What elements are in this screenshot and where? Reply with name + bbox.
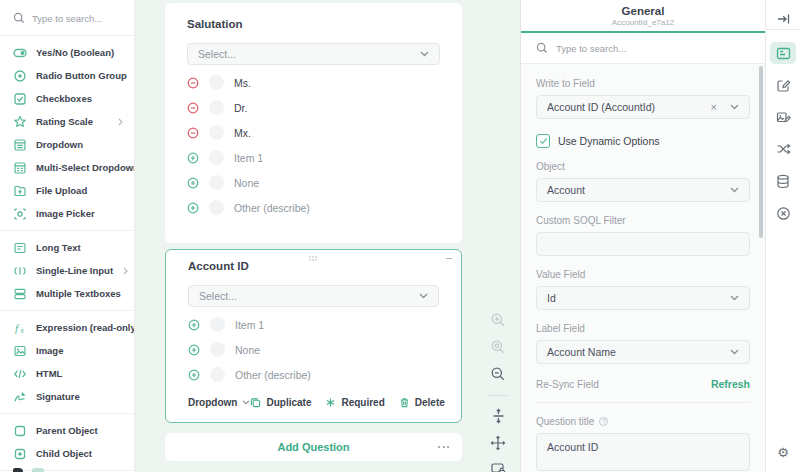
tab-logic[interactable]: [770, 138, 796, 160]
value-field-value: Id: [547, 292, 556, 304]
add-option-icon[interactable]: [188, 369, 200, 381]
add-option-icon[interactable]: [187, 177, 199, 189]
sidebar-item-multiple-textboxes[interactable]: Multiple Textboxes: [0, 282, 134, 305]
add-option-icon[interactable]: [187, 152, 199, 164]
sidebar-search-input[interactable]: [32, 13, 122, 24]
custom-soql-filter-input[interactable]: [536, 232, 750, 256]
collapse-card-icon[interactable]: –: [446, 251, 452, 263]
zoom-in-icon[interactable]: [490, 312, 506, 328]
option-row[interactable]: None: [187, 175, 440, 190]
remove-option-icon[interactable]: [187, 102, 199, 114]
sidebar-item-image-picker[interactable]: Image Picker: [0, 202, 134, 225]
panel-header: General AccountId_e7a12: [521, 0, 765, 33]
required-toggle[interactable]: Required: [325, 397, 384, 408]
sidebar-item-dropdown[interactable]: Dropdown: [0, 133, 134, 156]
question-card-account-id[interactable]: – Account ID Select... Item 1 None: [165, 249, 462, 423]
write-to-field-select[interactable]: Account ID (AccountId) ×: [536, 95, 750, 119]
add-option-icon[interactable]: [188, 319, 200, 331]
sidebar-item-checkboxes[interactable]: Checkboxes: [0, 87, 134, 110]
sidebar-search[interactable]: [0, 0, 134, 35]
option-row[interactable]: Dr.: [187, 100, 440, 115]
circle-x-icon: [776, 206, 791, 221]
question-type-dropdown[interactable]: Dropdown: [188, 397, 250, 408]
write-to-field-value: Account ID (AccountId): [547, 101, 655, 113]
sidebar-item-radio-group[interactable]: Radio Button Group: [0, 64, 134, 87]
zoom-out-icon[interactable]: [490, 366, 506, 382]
sidebar-item-label: Rating Scale: [36, 116, 93, 127]
radio-circle: [209, 75, 224, 90]
question-title-input[interactable]: Account ID: [536, 433, 750, 471]
option-row[interactable]: Mx.: [187, 125, 440, 140]
salutation-select[interactable]: Select...: [187, 43, 440, 65]
move-icon[interactable]: [490, 435, 506, 451]
sidebar-item-file-upload[interactable]: File Upload: [0, 179, 134, 202]
expression-icon: fx: [13, 321, 27, 335]
search-icon: [536, 42, 548, 54]
sidebar-item-expression[interactable]: fx Expression (read-only): [0, 316, 134, 339]
settings-gear-icon[interactable]: ⚙: [777, 445, 789, 460]
option-row[interactable]: Item 1: [188, 317, 439, 332]
sidebar-item-single-line-input[interactable]: Single-Line Input: [0, 259, 134, 282]
tab-general[interactable]: [770, 42, 796, 64]
sidebar-item-label: Checkboxes: [36, 93, 92, 104]
panel-search[interactable]: [521, 33, 765, 64]
option-row[interactable]: Other (describe): [188, 367, 439, 382]
account-id-select[interactable]: Select...: [188, 285, 439, 307]
panel-scrollbar[interactable]: [759, 66, 763, 238]
collapse-right-icon[interactable]: [770, 10, 796, 28]
drag-handle-icon[interactable]: [309, 256, 318, 262]
sidebar-item-long-text[interactable]: Long Text: [0, 236, 134, 259]
clear-icon[interactable]: ×: [711, 102, 717, 113]
multi-dropdown-icon: [13, 161, 27, 175]
sidebar-item-yes-no[interactable]: Yes/No (Boolean): [0, 41, 134, 64]
sidebar-item-parent-object[interactable]: Parent Object: [0, 419, 134, 442]
sidebar-item-multi-select-dropdown[interactable]: Multi-Select Dropdown: [0, 156, 134, 179]
sidebar-item-label: Image: [36, 345, 63, 356]
duplicate-button[interactable]: Duplicate: [250, 397, 311, 408]
duplicate-icon: [250, 397, 261, 408]
add-option-icon[interactable]: [187, 202, 199, 214]
child-object-icon: [13, 447, 27, 461]
add-option-icon[interactable]: [188, 344, 200, 356]
sidebar-item-rating-scale[interactable]: Rating Scale: [0, 110, 134, 133]
design-icon: [776, 110, 791, 125]
divider: [489, 395, 507, 396]
more-options-icon[interactable]: [438, 446, 449, 448]
question-card-salutation[interactable]: Salutation Select... Ms. Dr.: [165, 3, 462, 243]
zoom-reset-icon[interactable]: [490, 339, 506, 355]
option-row[interactable]: None: [188, 342, 439, 357]
panel-search-input[interactable]: [556, 43, 750, 54]
option-row[interactable]: Other (describe): [187, 200, 440, 215]
tab-data-source[interactable]: [770, 170, 796, 192]
chevron-down-icon: [730, 349, 739, 355]
option-row[interactable]: Item 1: [187, 150, 440, 165]
sidebar-item-html[interactable]: HTML: [0, 362, 134, 385]
sidebar-item-signature[interactable]: Signature: [0, 385, 134, 408]
refresh-button[interactable]: Refresh: [711, 378, 750, 390]
tab-restrictions[interactable]: [770, 202, 796, 224]
sidebar-item-label: Multi-Select Dropdown: [36, 162, 135, 173]
screen-lock-icon[interactable]: [490, 462, 506, 472]
duplicate-label: Duplicate: [266, 397, 311, 408]
use-dynamic-options-checkbox[interactable]: Use Dynamic Options: [536, 134, 750, 148]
sidebar-item-child-object[interactable]: Child Object: [0, 442, 134, 465]
image-picker-icon: [13, 207, 27, 221]
delete-button[interactable]: Delete: [399, 397, 445, 408]
tab-edit-note[interactable]: [770, 74, 796, 96]
label-field-select[interactable]: Account Name: [536, 340, 750, 364]
object-select[interactable]: Account: [536, 178, 750, 202]
resync-field-row: Re-Sync Field Refresh: [536, 378, 750, 403]
custom-soql-filter-label: Custom SOQL Filter: [536, 215, 750, 226]
signature-icon: [13, 390, 27, 404]
remove-option-icon[interactable]: [187, 77, 199, 89]
checkbox-checked-icon[interactable]: [536, 134, 550, 148]
value-field-select[interactable]: Id: [536, 286, 750, 310]
tab-design[interactable]: [770, 106, 796, 128]
remove-option-icon[interactable]: [187, 127, 199, 139]
chevron-down-icon: [420, 51, 429, 57]
sidebar-item-image[interactable]: Image: [0, 339, 134, 362]
add-question-bar[interactable]: Add Question: [165, 433, 462, 461]
fit-vertical-icon[interactable]: [491, 408, 506, 424]
add-question-button[interactable]: Add Question: [277, 441, 349, 453]
option-row[interactable]: Ms.: [187, 75, 440, 90]
